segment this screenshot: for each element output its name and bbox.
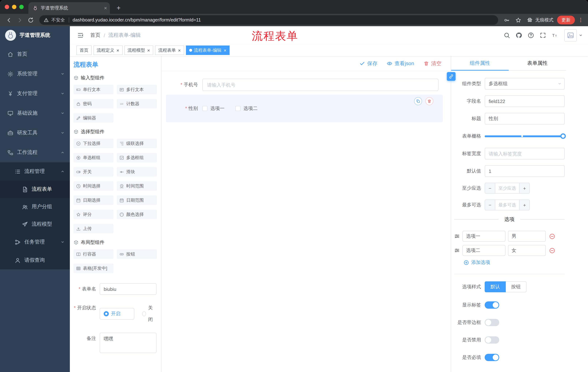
palette-item-color[interactable]: 颜色选择 (117, 210, 157, 219)
palette-item-radio-group[interactable]: 单选框组 (74, 153, 114, 162)
max-select-stepper[interactable]: − 最多可选 + (485, 200, 530, 210)
field-name-input[interactable] (485, 95, 565, 107)
add-option-button[interactable]: 添加选项 (463, 259, 565, 266)
view-json-button[interactable]: 查看json (387, 60, 414, 67)
palette-item-switch[interactable]: 开关 (74, 167, 114, 177)
tag-close-icon[interactable]: × (178, 48, 181, 53)
palette-item-date-range[interactable]: 日期范围 (117, 195, 157, 205)
palette-item-rate[interactable]: 评分 (74, 210, 114, 219)
bookmark-button[interactable] (514, 15, 523, 25)
palette-item-counter[interactable]: 计数器 (117, 99, 157, 108)
option-value-input[interactable] (508, 245, 546, 256)
min-select-stepper[interactable]: − 至少应选 + (485, 183, 530, 194)
slider-track[interactable] (485, 135, 565, 137)
panel-handle-button[interactable] (447, 72, 456, 81)
palette-item-cascader[interactable]: 级联选择 (117, 139, 157, 148)
sidebar-item-system[interactable]: 系统管理 (0, 64, 70, 84)
form-grid-slider[interactable] (485, 130, 565, 142)
palette-item-upload[interactable]: 上传 (74, 224, 114, 233)
palette-item-slider[interactable]: 滑块 (117, 167, 157, 177)
title-input[interactable] (485, 113, 565, 125)
increase-button[interactable]: + (519, 183, 529, 193)
decrease-button[interactable]: − (485, 200, 495, 210)
palette-item-editor[interactable]: 编辑器 (74, 113, 114, 123)
option-label-input[interactable] (462, 231, 505, 242)
new-tab-button[interactable]: + (114, 3, 124, 13)
tag-process-form-edit[interactable]: 流程表单-编辑 × (186, 45, 230, 55)
option-value-input[interactable] (508, 231, 546, 242)
sidebar-item-home[interactable]: 首页 (0, 44, 70, 64)
fullscreen-button[interactable] (537, 30, 548, 41)
palette-item-time-range[interactable]: 时间范围 (117, 181, 157, 191)
github-button[interactable] (514, 30, 524, 41)
selected-widget-gender[interactable]: 性别 选项一 选项二 (166, 95, 443, 122)
tag-home[interactable]: 首页 (76, 45, 92, 55)
user-avatar[interactable] (564, 29, 577, 42)
tag-process-definition[interactable]: 流程定义 × (94, 45, 122, 55)
delete-widget-button[interactable] (425, 97, 433, 105)
clear-button[interactable]: 清空 (423, 60, 441, 67)
sidebar-item-infra[interactable]: 基础设施 (0, 103, 70, 123)
status-off-radio[interactable]: 关闭 (142, 302, 154, 325)
drag-handle-icon[interactable] (454, 233, 460, 239)
gender-option-1-checkbox[interactable]: 选项一 (202, 105, 224, 112)
status-on-radio[interactable]: 开启 (100, 308, 134, 319)
palette-item-select[interactable]: 下拉选择 (74, 139, 114, 148)
phone-input[interactable] (202, 79, 439, 91)
search-button[interactable] (501, 30, 512, 41)
update-button[interactable]: 更新 (557, 16, 575, 24)
docs-help-button[interactable] (525, 30, 536, 41)
palette-item-row-container[interactable]: 行容器 (74, 249, 114, 259)
sidebar-item-user-group[interactable]: 用户分组 (0, 198, 70, 215)
label-width-input[interactable] (485, 148, 565, 159)
back-button[interactable] (4, 15, 14, 25)
maximize-window-button[interactable] (19, 5, 24, 9)
tag-close-icon[interactable]: × (147, 48, 150, 53)
browser-menu-button[interactable] (577, 15, 584, 25)
save-button[interactable]: 保存 (360, 60, 378, 67)
reload-button[interactable] (25, 15, 36, 25)
collapse-sidebar-button[interactable] (75, 30, 86, 41)
gender-option-2-checkbox[interactable]: 选项二 (235, 105, 258, 112)
copy-widget-button[interactable] (414, 97, 422, 105)
font-size-button[interactable] (549, 30, 560, 41)
browser-tab[interactable]: 芋道管理系统 × (28, 2, 110, 14)
drag-handle-icon[interactable] (454, 247, 460, 253)
tag-process-form[interactable]: 流程表单 × (155, 45, 184, 55)
tab-close-icon[interactable]: × (104, 5, 107, 11)
palette-item-table[interactable]: 表格[开发中] (74, 264, 114, 273)
option-label-input[interactable] (462, 245, 505, 256)
sidebar-item-task-mgmt[interactable]: 任务管理 (0, 233, 70, 251)
sidebar-item-process-model[interactable]: 流程模型 (0, 215, 70, 233)
forward-button[interactable] (15, 15, 25, 25)
palette-item-checkbox-group[interactable]: 多选框组 (117, 153, 157, 162)
decrease-button[interactable]: − (485, 183, 495, 193)
sidebar-item-process-mgmt[interactable]: 流程管理 (0, 162, 70, 181)
palette-item-single-text[interactable]: 单行文本 (74, 85, 114, 94)
remove-option-icon[interactable] (549, 247, 555, 254)
sidebar-logo[interactable]: 芋道管理系统 (0, 26, 70, 44)
palette-item-password[interactable]: 密码 (74, 99, 114, 108)
style-button-button[interactable]: 按钮 (506, 281, 526, 292)
tab-form-props[interactable]: 表单属性 (509, 56, 566, 70)
sidebar-item-workflow[interactable]: 工作流程 (0, 143, 70, 162)
tab-component-props[interactable]: 组件属性 (451, 56, 509, 70)
slider-handle[interactable] (560, 133, 566, 139)
default-value-input[interactable] (485, 165, 565, 177)
close-window-button[interactable] (5, 5, 9, 9)
breadcrumb-home[interactable]: 首页 (90, 32, 100, 39)
password-key-button[interactable] (502, 15, 511, 25)
palette-item-multi-text[interactable]: 多行文本 (117, 85, 157, 94)
increase-button[interactable]: + (519, 200, 529, 210)
component-type-select[interactable]: 多选框组 (485, 78, 565, 90)
tag-process-model[interactable]: 流程模型 × (124, 45, 153, 55)
sidebar-item-leave-query[interactable]: 请假查询 (0, 251, 70, 269)
style-default-button[interactable]: 默认 (485, 281, 506, 292)
sidebar-item-devtools[interactable]: 研发工具 (0, 123, 70, 143)
address-bar[interactable]: 不安全 dashboard.yudao.iocoder.cn/bpm/manag… (39, 15, 498, 25)
chevron-down-icon[interactable] (578, 33, 583, 37)
disabled-switch[interactable] (485, 336, 499, 344)
form-name-input[interactable] (100, 283, 157, 295)
tag-close-icon[interactable]: × (224, 48, 227, 53)
sidebar-item-payment[interactable]: 支付管理 (0, 84, 70, 103)
